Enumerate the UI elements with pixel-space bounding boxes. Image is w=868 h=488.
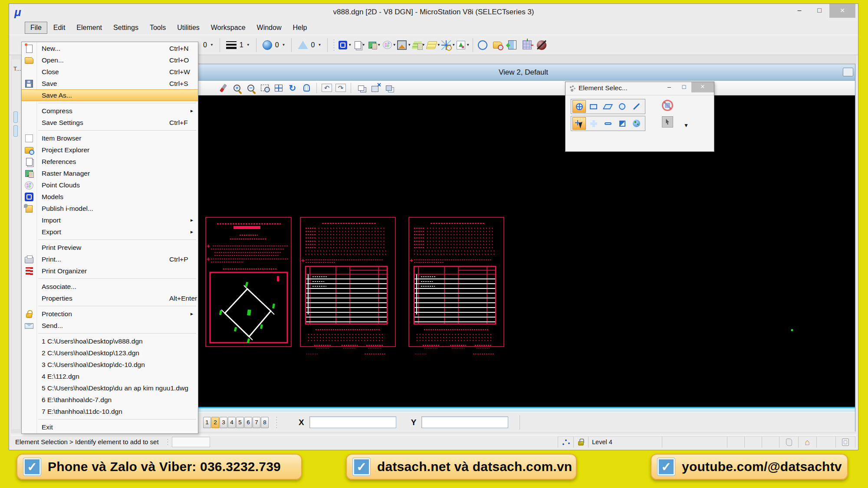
level-manager-button[interactable]: ▼ (412, 38, 426, 52)
minimize-button[interactable]: – (789, 4, 809, 18)
rotate-view-button[interactable] (286, 82, 299, 94)
expand-dialog-arrow[interactable]: ▼ (684, 122, 689, 128)
pan-view-button[interactable] (300, 82, 313, 94)
fit-view-button[interactable] (272, 82, 285, 94)
file-menu-item-open[interactable]: Open...Ctrl+O (22, 54, 198, 66)
select-circle-button[interactable] (615, 100, 629, 113)
raster-manager-button[interactable]: ▼ (368, 38, 381, 52)
snap-mode-cell[interactable] (558, 436, 573, 448)
active-line-weight-combo[interactable]: 1▼ (222, 38, 254, 52)
file-menu-item-models[interactable]: Models (22, 191, 198, 203)
file-menu-item-5-c-users-hoa-desktop-du-an-ap-kim-nguu1-dwg[interactable]: 5 C:\Users\hoa\Desktop\du an ap kim nguu… (22, 382, 198, 394)
models-button[interactable]: ▼ (338, 38, 352, 52)
file-menu-item-import[interactable]: Import► (22, 214, 198, 226)
zoom-out-button[interactable] (244, 82, 257, 94)
file-menu-item-close[interactable]: CloseCtrl+W (22, 66, 198, 78)
file-menu-item-project-explorer[interactable]: Project Explorer (22, 144, 198, 156)
dialog-close-button[interactable]: × (691, 82, 714, 92)
window-list-button[interactable]: ▼ (456, 38, 470, 52)
view-title-bar[interactable]: View 2, Default (192, 64, 855, 81)
menu-edit[interactable]: Edit (48, 22, 71, 33)
active-level[interactable]: Level 4 (588, 436, 662, 448)
file-menu-item-4-e-112-dgn[interactable]: 4 E:\112.dgn (22, 370, 198, 382)
file-menu-item-protection[interactable]: Protection► (22, 308, 198, 320)
file-menu-item-save-settings[interactable]: Save SettingsCtrl+F (22, 117, 198, 128)
markups-button[interactable] (505, 38, 519, 52)
view-tab-3[interactable]: 3 (220, 417, 227, 428)
menu-file[interactable]: File (25, 22, 47, 34)
file-menu-item-print-preview[interactable]: Print Preview (22, 242, 198, 253)
view-next-button[interactable] (334, 82, 347, 94)
file-menu-item-publish-i-model[interactable]: Publish i-model... (22, 203, 198, 214)
menu-help[interactable]: Help (287, 22, 312, 33)
view-previous-button[interactable] (320, 82, 333, 94)
view-tab-1[interactable]: 1 (203, 417, 211, 428)
file-menu-item-references[interactable]: References (22, 156, 198, 167)
file-menu-item-properties[interactable]: PropertiesAlt+Enter (22, 292, 198, 304)
selection-cursor-button[interactable] (662, 116, 673, 129)
file-menu-item-send[interactable]: Send... (22, 320, 198, 331)
point-clouds-button[interactable]: ▼ (382, 38, 396, 52)
file-menu-item-6-e-thanhhoa-dc-7-dgn[interactable]: 6 E:\thanhhoa\dc-7.dgn (22, 394, 198, 406)
file-menu-item-3-c-users-hoa-desktop-dc-10-dgn[interactable]: 3 C:\Users\hoa\Desktop\dc-10.dgn (22, 359, 198, 370)
menu-workspace[interactable]: Workspace (206, 22, 251, 33)
file-menu-item-exit[interactable]: Exit (22, 421, 198, 433)
maximize-button[interactable]: □ (809, 4, 829, 18)
view-tab-7[interactable]: 7 (253, 417, 260, 428)
visualization-button[interactable]: ▼ (441, 38, 455, 52)
file-menu-item-print[interactable]: Print...Ctrl+P (22, 253, 198, 265)
file-menu-item-item-browser[interactable]: Item Browser (22, 132, 198, 144)
element-selection-title-bar[interactable]: Element Selec... – □ × (566, 82, 714, 95)
view-tab-6[interactable]: 6 (244, 417, 252, 428)
clip-mask-button[interactable] (382, 82, 395, 94)
close-button[interactable]: × (829, 4, 855, 18)
x-coordinate-input[interactable] (309, 416, 396, 428)
message-history-cell[interactable] (779, 436, 798, 448)
menu-tools[interactable]: Tools (145, 22, 171, 33)
select-all-button[interactable] (630, 117, 643, 130)
menu-settings[interactable]: Settings (108, 22, 144, 33)
view-horizontal-scrollbar[interactable] (192, 407, 855, 412)
menu-element[interactable]: Element (71, 22, 107, 33)
key-in-button[interactable] (490, 38, 504, 52)
select-add-button[interactable] (587, 117, 600, 130)
tasks-panel[interactable]: T... (12, 59, 21, 429)
file-menu-item-compress[interactable]: Compress► (22, 105, 198, 117)
no-render-button[interactable] (535, 38, 549, 52)
view-tab-8[interactable]: 8 (261, 417, 269, 428)
file-menu-item-associate[interactable]: Associate... (22, 281, 198, 292)
file-menu-item-point-clouds[interactable]: Point Clouds (22, 179, 198, 191)
file-menu-item-save-as[interactable]: Save As... (22, 89, 198, 101)
locks-cell[interactable] (573, 436, 588, 448)
file-menu-item-raster-manager[interactable]: Raster Manager (22, 167, 198, 179)
select-new-button[interactable] (572, 117, 586, 130)
select-invert-button[interactable] (615, 117, 629, 130)
drawing-canvas[interactable] (192, 95, 855, 407)
clip-volume-button[interactable] (368, 82, 381, 94)
select-block-button[interactable] (587, 100, 600, 113)
file-menu-item-save[interactable]: SaveCtrl+S (22, 78, 198, 89)
view-tab-4[interactable]: 4 (228, 417, 236, 428)
copy-view-button[interactable] (355, 82, 368, 94)
dialog-minimize-button[interactable]: – (662, 82, 677, 92)
element-info-button[interactable] (476, 38, 490, 52)
references-button[interactable]: ▼ (353, 38, 367, 52)
level-display-button[interactable]: ▼ (427, 38, 441, 52)
menu-window[interactable]: Window (252, 22, 287, 33)
window-area-button[interactable] (258, 82, 271, 94)
active-line-style-combo[interactable]: 0▼ (199, 38, 217, 52)
dialog-maximize-button[interactable]: □ (677, 82, 691, 92)
active-color-combo[interactable]: 0▼ (259, 38, 289, 52)
file-menu-item-print-organizer[interactable]: Print Organizer (22, 265, 198, 277)
saved-views-button[interactable]: ▼ (397, 38, 411, 52)
y-coordinate-input[interactable] (421, 416, 508, 428)
menu-utilities[interactable]: Utilities (172, 22, 205, 33)
view-restore-icon[interactable] (843, 68, 853, 76)
select-line-button[interactable] (630, 100, 643, 113)
file-menu-item-7-e-thanhhoa-11dc-10-dgn[interactable]: 7 E:\thanhhoa\11dc-10.dgn (22, 406, 198, 417)
zoom-in-button[interactable] (230, 82, 243, 94)
active-transparency-combo[interactable]: 0▼ (294, 38, 325, 52)
accudraw-button[interactable] (520, 38, 534, 52)
file-menu-item-new[interactable]: New...Ctrl+N (22, 43, 198, 54)
file-menu-item-2-c-users-hoa-desktop-123-dgn[interactable]: 2 C:\Users\hoa\Desktop\123.dgn (22, 347, 198, 359)
